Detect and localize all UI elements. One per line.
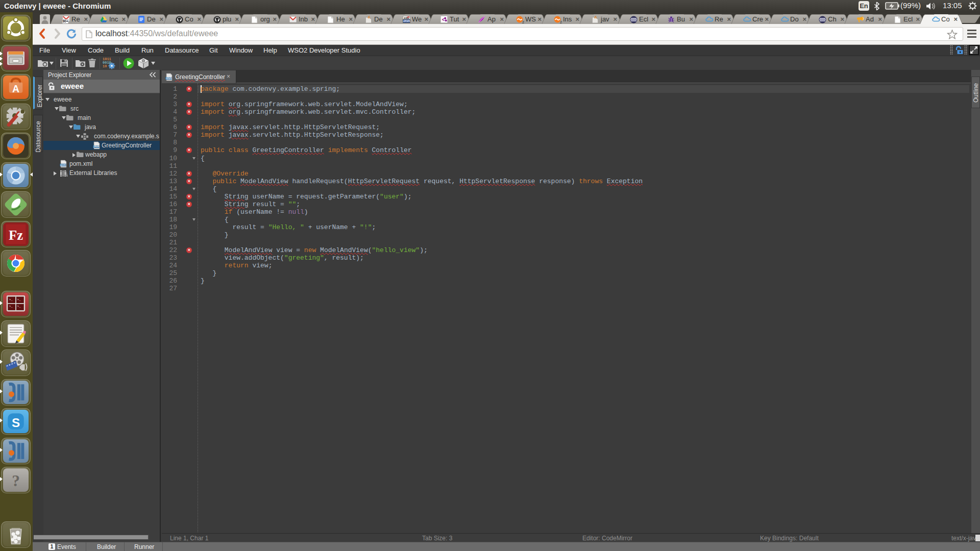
svg-text:90+: 90+ [62,19,68,23]
svg-text:>_: >_ [17,298,21,302]
svg-text:?: ? [12,472,20,490]
svg-text:JAVA: JAVA [93,145,100,148]
svg-text:JAVA: JAVA [403,19,410,22]
svg-text:2: 2 [560,20,562,24]
svg-text:S: S [12,416,20,430]
svg-text:>_: >_ [17,305,21,308]
svg-text:>_: >_ [9,305,13,308]
svg-text:A: A [12,83,19,94]
svg-text:Fz: Fz [9,227,23,242]
svg-text:>_: >_ [9,298,13,302]
svg-text:pom: pom [60,163,66,166]
svg-text:2: 2 [522,20,524,24]
svg-text:JAVA: JAVA [166,77,172,80]
